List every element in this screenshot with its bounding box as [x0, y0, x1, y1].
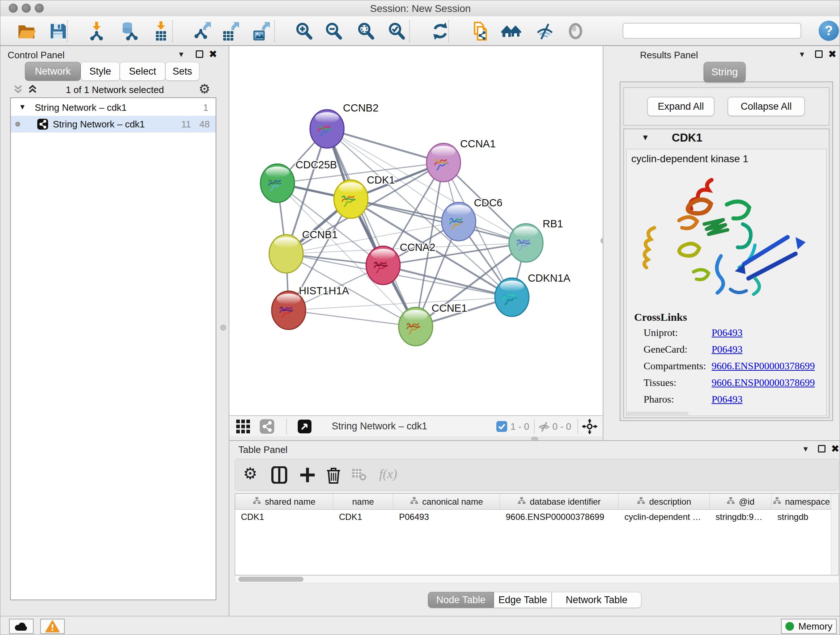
network-edge[interactable]: [327, 129, 416, 326]
network-node-ccnb1[interactable]: CCNB1: [269, 229, 338, 273]
tree-column-icon: [517, 496, 526, 507]
results-scrollbar[interactable]: [627, 412, 688, 416]
table-cell[interactable]: CDK1: [235, 510, 333, 524]
grid-view-icon[interactable]: [235, 419, 251, 435]
float-panel-icon[interactable]: [196, 50, 203, 58]
network-row[interactable]: String Network – cdk1 11 48: [11, 116, 216, 133]
help-icon[interactable]: ?: [819, 21, 839, 41]
divider: [286, 419, 287, 434]
network-node-cdkn1a[interactable]: CDKN1A: [495, 272, 570, 317]
open-file-icon[interactable]: [16, 21, 36, 41]
tab-sets[interactable]: Sets: [165, 62, 199, 81]
save-session-icon[interactable]: [48, 21, 68, 41]
tab-network[interactable]: Network: [25, 62, 81, 81]
hide-selected-icon[interactable]: [535, 21, 555, 41]
tab-select[interactable]: Select: [120, 62, 165, 81]
selected-checkbox-icon[interactable]: [496, 421, 508, 434]
table-vscrollbar[interactable]: [831, 494, 838, 575]
table-cell[interactable]: 9606.ENSP00000378699: [500, 510, 619, 524]
export-image-icon[interactable]: [251, 21, 271, 41]
tab-node-table[interactable]: Node Table: [428, 592, 494, 608]
table-hscrollbar[interactable]: [235, 575, 839, 583]
column-header-namespace[interactable]: namespace: [772, 494, 831, 509]
column-header--id[interactable]: @id: [710, 494, 772, 509]
detach-view-icon[interactable]: [297, 419, 312, 435]
memory-button[interactable]: Memory: [781, 619, 837, 634]
annotation-share-icon[interactable]: [470, 21, 491, 41]
share-view-icon[interactable]: [259, 419, 275, 435]
refresh-icon[interactable]: [430, 21, 450, 41]
node-table: shared namenamecanonical namedatabase id…: [235, 494, 839, 575]
expand-all-button[interactable]: Expand All: [647, 97, 714, 116]
table-cell[interactable]: stringdb:9…: [710, 510, 772, 524]
network-edge[interactable]: [327, 129, 444, 163]
birds-eye-icon[interactable]: [582, 418, 598, 436]
table-hscrollbar-thumb[interactable]: [238, 577, 303, 582]
import-table-icon[interactable]: [151, 21, 171, 41]
collection-collapse-icon[interactable]: ▼: [19, 103, 26, 111]
add-column-icon[interactable]: [300, 466, 316, 485]
crosslink-value[interactable]: 9606.ENSP00000378699: [712, 360, 815, 372]
splitter-horizontal[interactable]: [229, 436, 603, 440]
column-header-description[interactable]: description: [619, 494, 710, 509]
table-cell[interactable]: P06493: [393, 510, 500, 524]
zoom-selected-icon[interactable]: [386, 21, 407, 41]
import-database-icon[interactable]: [118, 21, 139, 41]
close-panel-icon[interactable]: ✖: [828, 50, 836, 58]
column-header-name[interactable]: name: [333, 494, 393, 509]
table-gear-icon[interactable]: ⚙: [243, 464, 257, 483]
delete-column-icon[interactable]: [326, 466, 341, 485]
tree-column-icon: [253, 496, 261, 507]
table-cell[interactable]: stringdb: [772, 510, 831, 524]
crosslink-value[interactable]: P06493: [712, 327, 743, 339]
tab-string[interactable]: String: [704, 62, 745, 82]
selected-count: 1 - 0: [510, 421, 529, 432]
gear-icon[interactable]: ⚙: [199, 81, 210, 97]
network-node-ccne1[interactable]: CCNE1: [399, 302, 467, 346]
left-splitter-handle[interactable]: [220, 325, 226, 331]
section-collapse-icon[interactable]: ▼: [641, 133, 649, 142]
table-cell[interactable]: cyclin-dependent …: [619, 510, 710, 524]
crosslink-value[interactable]: P06493: [712, 394, 743, 405]
export-table-icon[interactable]: [220, 21, 240, 41]
warning-icon[interactable]: [40, 619, 65, 634]
zoom-fit-icon[interactable]: [355, 21, 376, 41]
tab-style[interactable]: Style: [81, 62, 120, 81]
float-panel-icon[interactable]: [815, 50, 823, 58]
show-all-icon[interactable]: [565, 21, 586, 41]
crosslink-value[interactable]: 9606.ENSP00000378699: [712, 377, 815, 388]
network-collection-row[interactable]: ▼ String Network – cdk1 1: [11, 99, 216, 116]
function-builder-icon: f(x): [379, 466, 397, 481]
zoom-in-icon[interactable]: [294, 21, 314, 41]
tree-column-icon: [773, 496, 782, 507]
tab-edge-table[interactable]: Edge Table: [494, 592, 552, 608]
cloud-icon[interactable]: [9, 619, 34, 634]
table-row[interactable]: CDK1CDK1P064939606.ENSP00000378699cyclin…: [235, 510, 831, 524]
panel-menu-icon[interactable]: ▼: [178, 50, 185, 59]
crosslink-value[interactable]: P06493: [712, 344, 743, 355]
network-graph[interactable]: CCNB2CCNA1CDC25BCDK1CDC6RB1CCNB1CCNA2CDK…: [229, 46, 603, 415]
float-panel-icon[interactable]: [818, 445, 826, 453]
zoom-out-icon[interactable]: [324, 21, 344, 41]
column-header-canonical-name[interactable]: canonical name: [393, 494, 500, 509]
import-network-icon[interactable]: [87, 21, 107, 41]
close-panel-icon[interactable]: ✖: [209, 50, 217, 58]
export-network-icon[interactable]: [192, 21, 212, 41]
node-label: RB1: [543, 218, 563, 230]
network-canvas[interactable]: CCNB2CCNA1CDC25BCDK1CDC6RB1CCNB1CCNA2CDK…: [229, 46, 603, 415]
collapse-all-button[interactable]: Collapse All: [728, 97, 805, 116]
panel-menu-icon[interactable]: ▼: [802, 445, 809, 453]
close-panel-icon[interactable]: ✖: [831, 445, 839, 453]
show-columns-icon[interactable]: [271, 466, 287, 485]
title-bar: Session: New Session: [0, 0, 840, 17]
network-node-ccna1[interactable]: CCNA1: [426, 138, 496, 182]
search-input[interactable]: [622, 23, 801, 39]
column-header-database-identifier[interactable]: database identifier: [500, 494, 619, 509]
network-edge[interactable]: [289, 310, 416, 326]
first-neighbors-icon[interactable]: [501, 21, 521, 41]
table-cell[interactable]: CDK1: [333, 510, 393, 524]
column-header-shared-name[interactable]: shared name: [235, 494, 333, 509]
panel-menu-icon[interactable]: ▼: [798, 50, 806, 59]
tab-network-table[interactable]: Network Table: [552, 592, 641, 608]
network-node-rb1[interactable]: RB1: [509, 218, 563, 262]
